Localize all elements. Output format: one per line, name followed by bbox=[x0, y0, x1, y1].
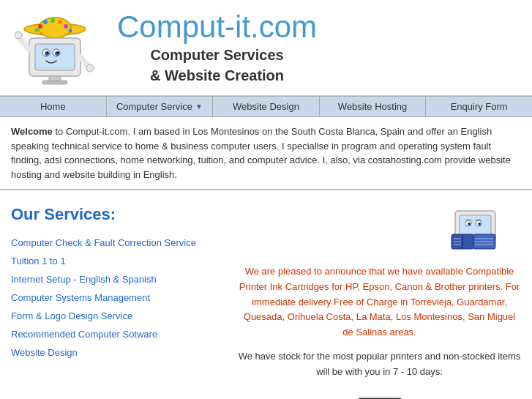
promo-text-2: We have stock for the most popular print… bbox=[238, 349, 521, 380]
nav-home[interactable]: Home bbox=[0, 97, 107, 116]
service-link-0[interactable]: Computer Check & Fault Correction Servic… bbox=[11, 237, 216, 248]
svg-rect-21 bbox=[49, 76, 61, 81]
service-link-1[interactable]: Tuition 1 to 1 bbox=[11, 256, 216, 266]
nav-website-hosting[interactable]: Website Hosting bbox=[320, 97, 427, 116]
header-text: Comput-it.com Computer Services & Websit… bbox=[117, 10, 317, 86]
reading-mascot-svg bbox=[448, 198, 506, 256]
promo-text-1: We are pleased to announce that we have … bbox=[238, 264, 521, 340]
svg-point-7 bbox=[69, 29, 72, 33]
navigation: Home Computer Service ▼ Website Design W… bbox=[0, 96, 532, 117]
svg-point-16 bbox=[57, 52, 59, 54]
welcome-bold: Welcome bbox=[11, 126, 53, 137]
svg-point-29 bbox=[469, 223, 471, 225]
svg-point-4 bbox=[50, 18, 55, 23]
svg-rect-22 bbox=[42, 81, 67, 84]
svg-point-15 bbox=[47, 52, 49, 54]
site-subtitle: Computer Services & Website Creation bbox=[117, 45, 317, 86]
svg-rect-10 bbox=[35, 44, 75, 70]
svg-rect-24 bbox=[460, 215, 491, 236]
printer-image-container bbox=[351, 387, 409, 399]
welcome-text: to Comput-it.com. I am based in Los Mont… bbox=[11, 126, 511, 180]
services-title: Our Services: bbox=[11, 205, 216, 224]
svg-point-3 bbox=[43, 20, 48, 24]
service-link-6[interactable]: Website Design bbox=[11, 347, 216, 358]
site-title: Comput-it.com bbox=[117, 10, 317, 45]
dropdown-arrow-icon: ▼ bbox=[195, 102, 203, 111]
nav-enquiry-form[interactable]: Enquiry Form bbox=[426, 97, 532, 116]
nav-computer-service[interactable]: Computer Service ▼ bbox=[107, 97, 214, 116]
welcome-section: Welcome to Comput-it.com. I am based in … bbox=[0, 117, 532, 190]
svg-point-8 bbox=[35, 29, 39, 32]
svg-point-2 bbox=[38, 24, 42, 29]
logo-mascot bbox=[15, 7, 110, 88]
service-link-3[interactable]: Computer Systems Management bbox=[11, 292, 216, 303]
svg-point-30 bbox=[479, 223, 481, 225]
reading-mascot-container bbox=[448, 198, 506, 258]
header: Comput-it.com Computer Services & Websit… bbox=[0, 0, 532, 96]
svg-point-5 bbox=[58, 20, 62, 24]
printer-cartridge-svg bbox=[351, 387, 409, 399]
services-column: Our Services: Computer Check & Fault Cor… bbox=[11, 198, 231, 399]
nav-website-design[interactable]: Website Design bbox=[213, 97, 320, 116]
page-wrapper: Comput-it.com Computer Services & Websit… bbox=[0, 0, 532, 399]
main-content: Our Services: Computer Check & Fault Cor… bbox=[0, 190, 532, 399]
svg-point-6 bbox=[64, 24, 68, 29]
svg-point-18 bbox=[15, 31, 22, 39]
service-link-5[interactable]: Recommended Computer Sotware bbox=[11, 329, 216, 340]
svg-point-20 bbox=[86, 64, 94, 72]
service-link-4[interactable]: Form & Logo Design Service bbox=[11, 310, 216, 321]
service-link-2[interactable]: Internet Setup - English & Spanish bbox=[11, 274, 216, 285]
promo-column: We are pleased to announce that we have … bbox=[231, 198, 521, 399]
